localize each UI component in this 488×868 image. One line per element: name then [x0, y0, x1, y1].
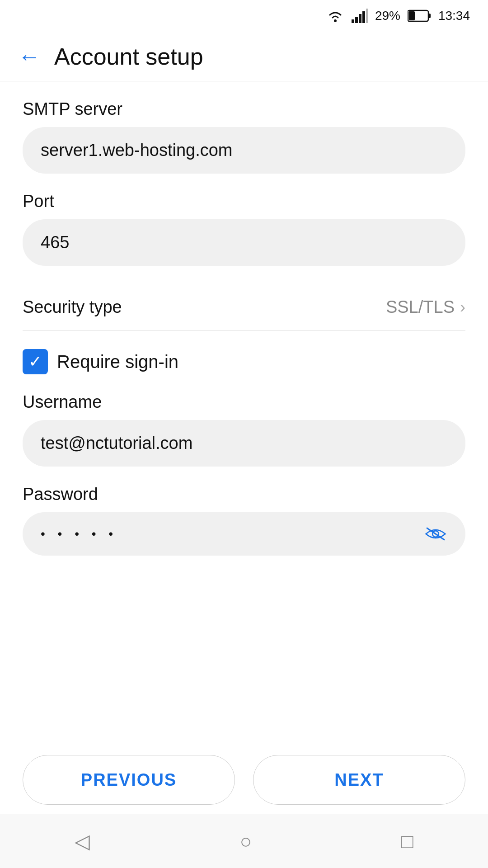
svg-rect-1 [352, 19, 354, 23]
content: SMTP server Port Security type SSL/TLS ›… [0, 81, 488, 592]
page-title: Account setup [54, 43, 203, 70]
wifi-icon [326, 9, 344, 23]
next-button[interactable]: NEXT [253, 755, 465, 805]
chevron-right-icon: › [460, 298, 465, 317]
security-type-label: Security type [23, 297, 122, 317]
username-input[interactable] [23, 420, 465, 467]
port-input-field[interactable] [41, 233, 447, 252]
username-label: Username [23, 392, 465, 412]
port-label: Port [23, 192, 465, 211]
previous-button[interactable]: PREVIOUS [23, 755, 235, 805]
bottom-buttons: PREVIOUS NEXT [23, 755, 465, 805]
require-signin-checkbox[interactable]: ✓ [23, 349, 48, 374]
back-button[interactable]: ← [18, 45, 41, 68]
signal-icon [352, 9, 368, 23]
time: 13:34 [438, 9, 470, 23]
security-type-text: SSL/TLS [386, 297, 455, 317]
battery-percent: 29% [375, 9, 400, 23]
nav-recents-icon[interactable]: □ [401, 830, 413, 853]
smtp-input[interactable] [23, 127, 465, 174]
svg-rect-4 [362, 11, 365, 23]
checkmark-icon: ✓ [28, 354, 42, 370]
smtp-label: SMTP server [23, 99, 465, 119]
require-signin-label: Require sign-in [57, 352, 178, 372]
status-bar: 29% 13:34 [0, 0, 488, 32]
svg-rect-5 [366, 9, 368, 23]
nav-back-icon[interactable]: ◁ [75, 830, 90, 853]
password-visibility-toggle[interactable] [424, 526, 447, 542]
security-type-value: SSL/TLS › [386, 297, 465, 317]
port-input[interactable] [23, 219, 465, 266]
password-input[interactable]: • • • • • [23, 512, 465, 556]
svg-rect-2 [355, 17, 358, 23]
require-signin-row[interactable]: ✓ Require sign-in [23, 349, 465, 374]
battery-icon [408, 9, 431, 22]
username-input-field[interactable] [41, 434, 447, 453]
security-type-row[interactable]: Security type SSL/TLS › [23, 284, 465, 331]
status-icons: 29% 13:34 [326, 9, 470, 23]
smtp-input-field[interactable] [41, 141, 447, 160]
header: ← Account setup [0, 32, 488, 81]
svg-point-0 [334, 19, 337, 22]
svg-rect-8 [408, 11, 415, 20]
nav-home-icon[interactable]: ○ [239, 830, 252, 853]
svg-rect-7 [428, 14, 431, 18]
svg-rect-3 [359, 14, 361, 23]
password-label: Password [23, 485, 465, 504]
password-dots: • • • • • [41, 527, 424, 541]
nav-bar: ◁ ○ □ [0, 814, 488, 868]
